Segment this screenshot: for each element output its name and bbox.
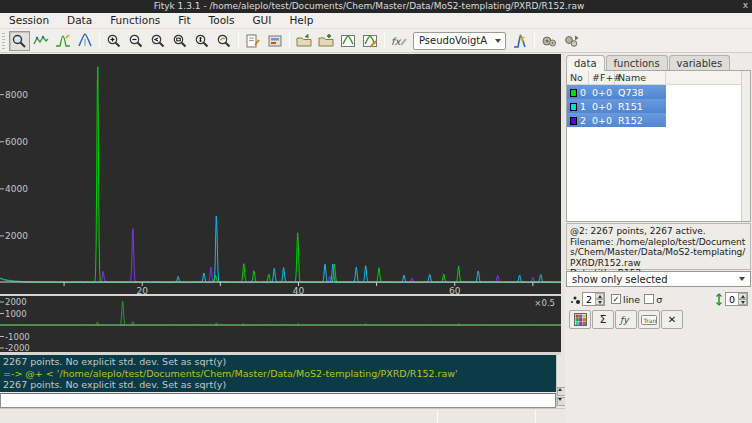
zoom-all-button[interactable] — [170, 31, 191, 51]
console-scrollbar[interactable] — [556, 355, 565, 407]
shift-stepper[interactable]: 0 — [725, 292, 748, 306]
preferences-button[interactable] — [265, 31, 286, 51]
sigma-checkbox[interactable] — [644, 294, 654, 304]
dataset-no-cell: 1 — [567, 99, 589, 113]
point-size-stepper[interactable]: 2 — [582, 292, 605, 306]
transform-icon: Tran — [641, 314, 657, 326]
add-peak-button[interactable] — [510, 31, 531, 51]
dataset-color-swatch[interactable] — [570, 117, 577, 125]
command-input[interactable] — [0, 393, 556, 408]
palette-icon — [574, 313, 587, 326]
console-line: 2267 points. No explicit std. dev. Set a… — [3, 379, 553, 391]
zoom-in-button[interactable] — [104, 31, 125, 51]
zoom-100-button[interactable] — [148, 31, 169, 51]
fit-continue-button[interactable] — [561, 31, 582, 51]
column-header-no[interactable]: No — [567, 71, 589, 84]
menu-item-help[interactable]: Help — [280, 13, 322, 28]
main-plot[interactable]: 2000400060008000204060 — [0, 54, 561, 294]
title-bar: Fityk 1.3.1 - /home/aleplo/test/Document… — [0, 0, 752, 13]
zoom-out-button[interactable] — [126, 31, 147, 51]
column-header-name[interactable]: Name — [615, 71, 666, 84]
transform-button[interactable]: Tran — [638, 310, 660, 329]
menu-item-session[interactable]: Session — [0, 13, 58, 28]
aux-plot[interactable]: 20001000-1000-2000×0.5 — [0, 296, 561, 352]
menu-item-functions[interactable]: Functions — [101, 13, 169, 28]
script-button[interactable]: ƒy — [615, 310, 637, 329]
dataset-list-header[interactable]: No #F+# Name — [567, 71, 750, 85]
zoom-vertical-button[interactable] — [192, 31, 213, 51]
toolbar: fx PseudoVoigtA — [0, 29, 752, 53]
shift-value: 0 — [726, 294, 738, 305]
svg-text:ƒy: ƒy — [619, 315, 630, 325]
table-row[interactable]: 20+0R152 — [567, 113, 666, 127]
delete-button[interactable]: ✕ — [661, 310, 683, 329]
svg-text:4000: 4000 — [5, 184, 28, 194]
define-function-button[interactable]: fx — [389, 31, 410, 51]
menu-item-fit[interactable]: Fit — [169, 13, 199, 28]
menu-item-gui[interactable]: GUI — [243, 13, 280, 28]
svg-text:2000: 2000 — [5, 231, 28, 241]
svg-text:-1000: -1000 — [5, 332, 30, 342]
command-input-line — [0, 393, 556, 408]
toolbar-separator — [99, 32, 100, 49]
svg-text:40: 40 — [293, 286, 305, 294]
range-mode-button[interactable] — [31, 31, 52, 51]
line-checkbox-label: line — [623, 294, 640, 305]
zoom-mode-button[interactable] — [9, 31, 30, 51]
dataset-name-cell: R151 — [615, 99, 666, 113]
show-filter-dropdown[interactable]: show only selected — [566, 271, 751, 287]
svg-text:×0.5: ×0.5 — [534, 298, 555, 308]
script-icon: ƒy — [619, 313, 633, 326]
sidebar: datafunctionsvariables No #F+# Name 00+0… — [565, 53, 752, 423]
table-row[interactable]: 10+0R151 — [567, 99, 666, 113]
save-plot-image-icon — [340, 33, 356, 49]
svg-text:2000: 2000 — [5, 297, 27, 307]
peak-type-dropdown[interactable]: PseudoVoigtA — [413, 32, 506, 50]
tab-functions[interactable]: functions — [606, 55, 668, 71]
statusbar-separator — [437, 410, 438, 423]
add-peak-mode-button[interactable] — [53, 31, 74, 51]
fit-run-button[interactable] — [539, 31, 560, 51]
configure-plot-icon — [362, 33, 378, 49]
sum-button[interactable]: Σ — [592, 310, 614, 329]
menu-item-tools[interactable]: Tools — [200, 13, 244, 28]
preferences-icon — [267, 33, 283, 49]
script-editor-button[interactable] — [243, 31, 264, 51]
close-icon[interactable]: x — [743, 0, 748, 10]
zoom-all-icon — [172, 33, 188, 49]
configure-plot-button[interactable] — [360, 31, 381, 51]
svg-text:8000: 8000 — [5, 90, 28, 100]
sidebar-tabs: datafunctionsvariables — [566, 55, 731, 71]
toolbar-separator — [238, 32, 239, 49]
background-mode-button[interactable] — [75, 31, 96, 51]
menu-item-data[interactable]: Data — [58, 13, 101, 28]
delete-icon: ✕ — [668, 314, 676, 325]
toolbar-separator — [384, 32, 385, 49]
data-actions: Σ ƒy Tran ✕ — [569, 310, 684, 329]
sigma-checkbox-label: σ — [656, 294, 662, 305]
palette-button[interactable] — [569, 310, 591, 329]
dataset-info-filename: Filename: /home/aleplo/test/Documents/Ch… — [570, 237, 747, 269]
zoom-vertical-icon — [194, 33, 210, 49]
dataset-color-swatch[interactable] — [570, 103, 577, 111]
zoom-in-icon — [106, 33, 122, 49]
chevron-down-icon — [495, 39, 501, 43]
tab-data[interactable]: data — [566, 55, 605, 71]
dataset-name-cell: Q738 — [615, 85, 666, 99]
dataset-no-cell: 0 — [567, 85, 589, 99]
dataset-list: No #F+# Name 00+0Q73810+0R15120+0R152 — [566, 70, 751, 222]
append-data-button[interactable] — [316, 31, 337, 51]
toolbar-grip[interactable] — [2, 33, 5, 49]
column-header-functions[interactable]: #F+# — [589, 71, 615, 84]
table-row[interactable]: 00+0Q738 — [567, 85, 666, 99]
save-plot-image-button[interactable] — [338, 31, 359, 51]
dataset-color-swatch[interactable] — [570, 89, 577, 97]
show-filter-value: show only selected — [567, 274, 739, 285]
line-checkbox[interactable]: ✓ — [611, 294, 621, 304]
dataset-list-scrollbar[interactable] — [741, 71, 750, 221]
zoom-100-icon — [150, 33, 166, 49]
tab-variables[interactable]: variables — [669, 55, 731, 71]
zoom-previous-button[interactable] — [214, 31, 235, 51]
open-data-icon — [296, 33, 313, 49]
open-data-button[interactable] — [294, 31, 315, 51]
